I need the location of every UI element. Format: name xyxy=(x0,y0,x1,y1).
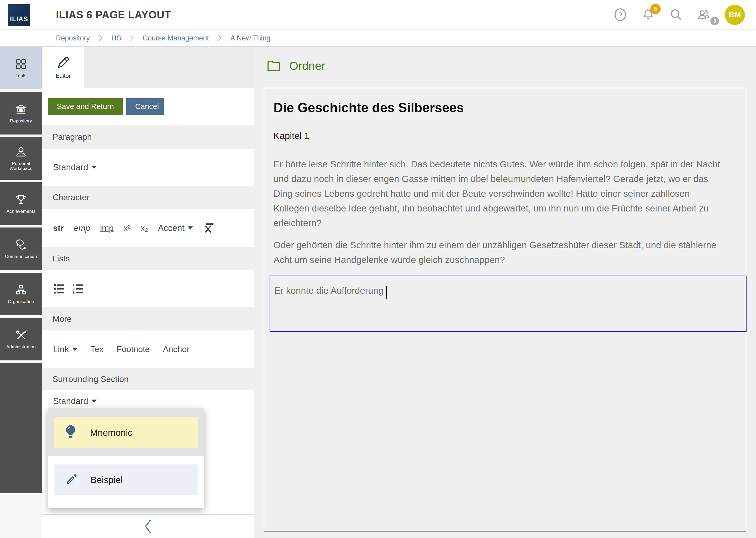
editor-tab-row: Editor xyxy=(42,47,254,88)
header-icon-bar: ? 5 3 BM xyxy=(613,0,756,29)
search-icon xyxy=(669,7,683,22)
sidebar-item-label: Organisation xyxy=(8,299,34,304)
online-users-button[interactable]: 3 xyxy=(697,7,711,22)
active-edit-area[interactable]: Er konnte die Aufforderung xyxy=(269,276,746,332)
sidebar-item-label: Administration xyxy=(6,345,36,350)
save-and-return-button[interactable]: Save and Return xyxy=(48,98,123,115)
trophy-icon xyxy=(15,193,27,206)
search-button[interactable] xyxy=(669,7,683,22)
dropdown-item-label: Mnemonic xyxy=(90,427,132,438)
chevron-right-icon xyxy=(218,35,221,41)
clear-format-icon[interactable] xyxy=(203,222,214,234)
dropdown-options-area: Beispiel xyxy=(48,456,204,508)
lists-controls: 1 2 3 xyxy=(42,270,254,307)
paragraph-style-dropdown[interactable]: Standard xyxy=(53,162,97,172)
character-section-header: Character xyxy=(42,186,254,209)
sidebar-item-tools[interactable]: Tools xyxy=(0,47,42,89)
sidebar-item-label: Tools xyxy=(16,74,26,79)
superscript-button[interactable]: x² xyxy=(124,223,131,233)
pencil-icon xyxy=(56,55,71,70)
page-title: ILIAS 6 PAGE LAYOUT xyxy=(56,0,171,29)
top-header: ILIAS ILIAS 6 PAGE LAYOUT ? 5 xyxy=(0,0,756,29)
chevron-down-icon xyxy=(188,227,193,230)
link-dropdown[interactable]: Link xyxy=(53,345,77,354)
sidebar-item-achievements[interactable]: Achievements xyxy=(0,182,42,225)
page-content-box[interactable]: Die Geschichte des Silbersees Kapitel 1 … xyxy=(264,88,746,532)
avatar[interactable]: BM xyxy=(725,5,745,25)
svg-text:2: 2 xyxy=(72,287,74,291)
footnote-button[interactable]: Footnote xyxy=(117,345,150,354)
sidebar-item-personal-workspace[interactable]: Personal Workspace xyxy=(0,137,42,180)
paragraph-section-header: Paragraph xyxy=(42,125,254,149)
character-controls: str emp imp x² x₂ Accent xyxy=(42,209,254,247)
surrounding-section-header: Surrounding Section xyxy=(42,368,254,390)
sidebar-item-administration[interactable]: Administration xyxy=(0,318,42,360)
document-paragraph-1[interactable]: Er hörte leise Schritte hinter sich. Das… xyxy=(273,157,724,230)
chat-bubbles-icon xyxy=(15,239,27,251)
subscript-button[interactable]: x₂ xyxy=(140,223,148,233)
bullet-list-icon[interactable] xyxy=(53,283,66,295)
sidebar-item-label: Personal Workspace xyxy=(0,161,42,171)
edit-area-text: Er konnte die Aufforderung xyxy=(274,285,384,296)
breadcrumb-hs[interactable]: HS xyxy=(111,34,121,42)
sidebar-filler xyxy=(0,363,42,493)
notifications-badge: 5 xyxy=(650,4,661,14)
tools-crossed-icon xyxy=(15,329,27,342)
sidebar-item-label: Achievements xyxy=(7,209,35,214)
editor-panel: Editor Save and Return Cancel Paragraph … xyxy=(42,47,254,538)
document-subheading[interactable]: Kapitel 1 xyxy=(273,131,724,141)
ilias-logo[interactable]: ILIAS xyxy=(8,4,30,26)
text-cursor xyxy=(386,286,387,299)
dropdown-selected-area: Mnemonic xyxy=(48,408,204,456)
tab-editor[interactable]: Editor xyxy=(42,47,84,88)
dropdown-item-beispiel[interactable]: Beispiel xyxy=(54,464,198,496)
emphasis-button[interactable]: emp xyxy=(74,223,90,233)
object-title: Ordner xyxy=(289,59,325,73)
breadcrumb: Repository HS Course Management A New Th… xyxy=(0,30,756,47)
sidebar-item-communication[interactable]: Communication xyxy=(0,228,42,270)
document-paragraph-2[interactable]: Oder gehörten die Schritte hinter ihm zu… xyxy=(273,238,724,267)
cancel-button[interactable]: Cancel xyxy=(126,98,164,115)
numbered-list-icon[interactable]: 1 2 3 xyxy=(72,283,84,295)
svg-text:3: 3 xyxy=(72,291,74,295)
users-badge: 3 xyxy=(710,17,719,25)
chevron-right-icon xyxy=(130,35,134,41)
pencil-icon xyxy=(64,473,78,487)
sidebar-item-label: Communication xyxy=(5,254,37,259)
strong-button[interactable]: str xyxy=(53,223,64,233)
svg-text:?: ? xyxy=(618,11,622,19)
document-heading[interactable]: Die Geschichte des Silbersees xyxy=(273,100,724,115)
section-style-dropdown-menu: Mnemonic Beispiel xyxy=(48,408,204,508)
bank-icon xyxy=(15,103,27,116)
lightbulb-icon xyxy=(64,424,77,441)
sidebar-item-repository[interactable]: Repository xyxy=(0,92,42,134)
grid-icon xyxy=(15,58,27,71)
more-section-header: More xyxy=(42,307,254,331)
surrounding-style-row: Standard Mnemonic xyxy=(42,390,254,514)
users-icon xyxy=(697,7,711,22)
sidebar-item-label: Repository xyxy=(10,119,32,124)
svg-text:1: 1 xyxy=(72,283,74,287)
chevron-down-icon xyxy=(72,348,77,351)
main-sidebar: Tools Repository Personal Workspace Achi… xyxy=(0,47,42,538)
sidebar-item-organisation[interactable]: Organisation xyxy=(0,273,42,315)
paragraph-style-row: Standard xyxy=(42,149,254,186)
tex-button[interactable]: Tex xyxy=(91,345,104,354)
chevron-down-icon xyxy=(91,400,97,403)
help-button[interactable]: ? xyxy=(613,7,627,22)
notifications-button[interactable]: 5 xyxy=(641,7,655,22)
chevron-right-icon xyxy=(99,35,102,41)
surrounding-style-dropdown[interactable]: Standard xyxy=(53,396,97,406)
breadcrumb-repository[interactable]: Repository xyxy=(56,34,90,42)
dropdown-item-mnemonic[interactable]: Mnemonic xyxy=(54,417,198,448)
breadcrumb-a-new-thing[interactable]: A New Thing xyxy=(230,34,271,42)
collapse-chevron-icon[interactable] xyxy=(144,519,152,534)
dropdown-item-label: Beispiel xyxy=(91,475,123,485)
accent-dropdown[interactable]: Accent xyxy=(158,223,193,233)
paragraph-style-value: Standard xyxy=(53,162,88,172)
accent-label: Accent xyxy=(158,223,185,233)
important-button[interactable]: imp xyxy=(100,223,114,233)
link-label: Link xyxy=(53,345,69,354)
anchor-button[interactable]: Anchor xyxy=(163,345,190,354)
breadcrumb-course-management[interactable]: Course Management xyxy=(143,34,209,42)
